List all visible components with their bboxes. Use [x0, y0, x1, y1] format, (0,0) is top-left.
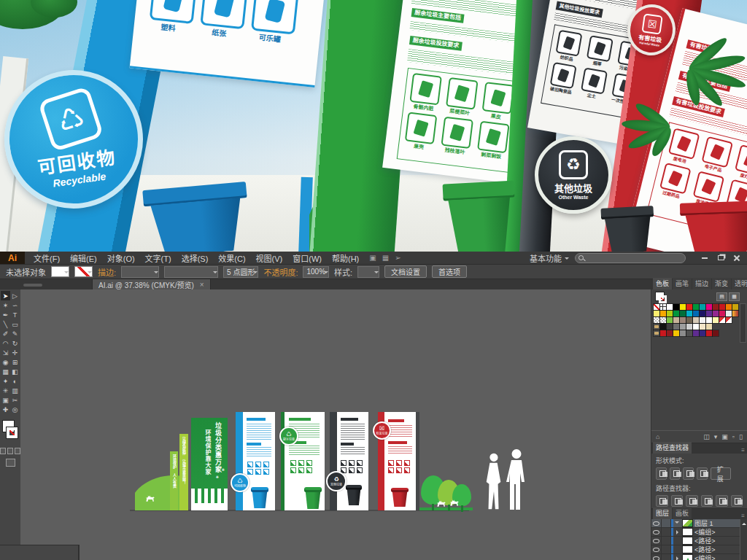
list-view-icon[interactable]: ▤	[716, 292, 727, 301]
merge-button[interactable]	[686, 495, 698, 507]
swatch[interactable]	[693, 324, 699, 330]
artwork-slogan-bar[interactable]: 让绿色延伸 让城市更美丽！	[179, 434, 188, 510]
swatch[interactable]	[732, 324, 738, 330]
swatch[interactable]	[686, 330, 692, 336]
style-dropdown[interactable]	[357, 266, 379, 278]
expand-arrow-icon[interactable]	[673, 555, 681, 560]
document-tab[interactable]: AI.ai @ 37.38% (CMYK/预览) ×	[92, 279, 211, 289]
swatch-options-icon[interactable]: ▾	[714, 433, 718, 440]
artboard-tool[interactable]: ▣	[1, 395, 10, 405]
artwork-recyclable-badge[interactable]: ♺可回收物	[231, 473, 249, 492]
direct-selection-tool[interactable]: ▷	[10, 291, 20, 300]
search-input[interactable]	[575, 253, 686, 263]
menu-item-窗口(W)[interactable]: 窗口(W)	[293, 252, 322, 264]
artwork-kitchen-badge[interactable]: ♺厨余垃圾	[279, 427, 298, 446]
swatch[interactable]	[660, 304, 666, 310]
eyedropper-tool[interactable]: ✦	[1, 376, 10, 386]
lock-column[interactable]	[662, 528, 671, 536]
swatch[interactable]	[673, 317, 679, 323]
artwork-black-bin[interactable]	[347, 485, 361, 505]
swatch[interactable]	[686, 324, 692, 330]
swatch[interactable]	[693, 304, 699, 310]
menu-item-文件(F)[interactable]: 文件(F)	[34, 252, 60, 264]
stroke-proxy-swatch[interactable]	[659, 295, 667, 303]
menu-item-帮助(H)[interactable]: 帮助(H)	[332, 252, 359, 264]
menu-item-文字(T)[interactable]: 文字(T)	[145, 252, 171, 264]
tab-描边[interactable]: 描边	[692, 278, 711, 289]
swatch[interactable]	[719, 317, 725, 323]
hand-tool[interactable]: ✚	[1, 405, 10, 414]
swatch[interactable]	[680, 324, 686, 330]
swatch[interactable]	[706, 304, 712, 310]
opacity-label[interactable]: 不透明度:	[263, 266, 298, 278]
swatch[interactable]	[680, 311, 686, 316]
swatch[interactable]	[660, 317, 666, 323]
lock-column[interactable]	[662, 537, 671, 545]
share-icon[interactable]: ➢	[395, 254, 400, 262]
menu-item-视图(V)[interactable]: 视图(V)	[256, 252, 283, 264]
panel-menu-icon[interactable]: ≡	[739, 513, 747, 519]
artwork-dark-stripe[interactable]	[416, 412, 419, 510]
swatch[interactable]	[726, 330, 732, 336]
swatch[interactable]	[732, 330, 738, 336]
stroke-color-swatch[interactable]	[74, 266, 93, 277]
visibility-eye-icon[interactable]	[651, 554, 662, 560]
lock-column[interactable]	[662, 545, 671, 553]
minus-back-button[interactable]	[731, 495, 743, 507]
color-button[interactable]	[0, 448, 6, 454]
tab-色板[interactable]: 色板	[653, 278, 672, 289]
tab-渐变[interactable]: 渐变	[712, 278, 731, 289]
swatch[interactable]	[680, 317, 686, 323]
expand-arrow-icon[interactable]	[673, 519, 681, 527]
layers-scrollbar[interactable]	[740, 519, 747, 560]
width-tool[interactable]: ◠	[1, 338, 10, 348]
zoom-tool[interactable]: ◎	[10, 405, 20, 414]
new-swatch-icon[interactable]: ▫	[732, 433, 735, 440]
canvas[interactable]: 环境保护 人人有责 让绿色延伸 让城市更美丽！ 垃圾分类惠万家 环境保护靠大家 …	[20, 289, 651, 560]
swatch[interactable]	[673, 324, 679, 330]
menu-item-编辑(E)[interactable]: 编辑(E)	[70, 252, 97, 264]
none-button[interactable]	[15, 448, 20, 454]
visibility-eye-icon[interactable]	[651, 528, 662, 536]
visibility-eye-icon[interactable]	[651, 545, 662, 553]
swatch[interactable]	[713, 304, 719, 310]
menu-item-效果(C)[interactable]: 效果(C)	[218, 252, 245, 264]
swatch[interactable]	[660, 311, 666, 316]
visibility-eye-icon[interactable]	[651, 519, 662, 527]
outline-button[interactable]	[716, 495, 728, 507]
delete-swatch-icon[interactable]: ▯	[739, 433, 743, 440]
magic-wand-tool[interactable]: ✶	[1, 300, 10, 310]
stroke-label[interactable]: 描边:	[98, 266, 116, 278]
workspace-switcher[interactable]: 基本功能	[530, 252, 569, 264]
brush-definition[interactable]: 5 点圆形	[223, 266, 258, 278]
swatch[interactable]	[654, 311, 659, 316]
stroke-swatch[interactable]	[7, 427, 18, 438]
swatch[interactable]	[726, 317, 732, 323]
swatch[interactable]	[654, 317, 659, 323]
menu-item-对象(O)[interactable]: 对象(O)	[107, 252, 135, 264]
swatch[interactable]	[660, 324, 666, 330]
swatch[interactable]	[667, 330, 673, 336]
swatch[interactable]	[726, 311, 732, 316]
pencil-tool[interactable]: ✎	[10, 329, 20, 338]
tab-画笔[interactable]: 画笔	[673, 278, 692, 289]
arrange-documents-icon[interactable]: ▦	[382, 254, 389, 262]
tools-panel-grip[interactable]	[23, 284, 42, 287]
swatch[interactable]	[700, 330, 705, 336]
swatch[interactable]	[667, 317, 673, 323]
expand-arrow-icon[interactable]	[673, 529, 681, 536]
close-document-icon[interactable]: ×	[200, 281, 204, 289]
opacity-field[interactable]: 100%	[303, 266, 329, 278]
swatch[interactable]	[713, 324, 719, 330]
slice-tool[interactable]: ✂	[10, 395, 20, 405]
document-setup-button[interactable]: 文档设置	[384, 265, 427, 278]
swatch[interactable]	[732, 311, 738, 316]
fill-stroke-control[interactable]	[0, 419, 20, 448]
artwork-slogan-bar[interactable]: 环境保护 人人有责	[170, 451, 178, 510]
minus-front-button[interactable]	[670, 467, 681, 480]
swatch[interactable]	[719, 330, 725, 336]
swatch[interactable]	[673, 304, 679, 310]
divide-button[interactable]	[656, 495, 668, 507]
swatch[interactable]	[726, 304, 732, 310]
rectangle-tool[interactable]: ▭	[10, 319, 20, 329]
